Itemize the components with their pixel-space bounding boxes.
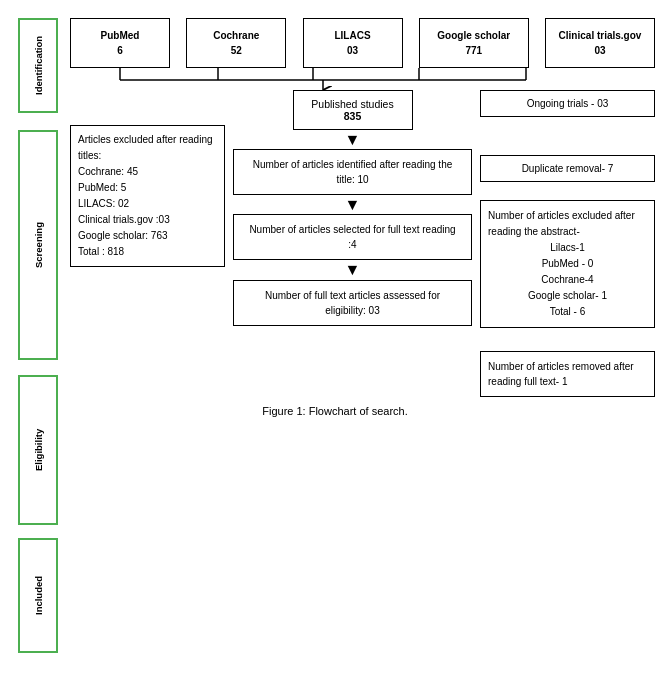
articles-after-title-box: Number of articles identified after read… [233,149,472,195]
published-studies-box: Published studies 835 [293,90,413,130]
published-row: Articles excluded after reading titles: … [70,90,655,397]
excluded-abstract-box: Number of articles excluded after readin… [480,200,655,328]
excluded-titles-box: Articles excluded after reading titles: … [70,125,225,267]
source-lilacs: LILACS 03 [303,18,403,68]
source-arrows [70,68,655,90]
stage-identification: Identification [18,18,58,113]
source-cochrane: Cochrane 52 [186,18,286,68]
ongoing-trials-box: Ongoing trials - 03 [480,90,655,117]
stage-eligibility: Eligibility [18,375,58,525]
arrow-to-selected: ▼ [345,195,361,214]
source-google-scholar: Google scholar 771 [419,18,529,68]
duplicate-removal-box: Duplicate removal- 7 [480,155,655,182]
selected-full-text-box: Number of articles selected for full tex… [233,214,472,260]
sources-row: PubMed 6 Cochrane 52 LILACS 03 Google sc… [70,18,655,68]
source-clinical-trials: Clinical trials.gov 03 [545,18,655,68]
figure-caption: Figure 1: Flowchart of search. [262,405,408,417]
source-pubmed: PubMed 6 [70,18,170,68]
arrow-published-to-articles: ▼ [345,130,361,149]
stage-included: Included [18,538,58,653]
arrow-to-full-text-assessed: ▼ [345,260,361,279]
removed-full-text-box: Number of articles removed after reading… [480,351,655,397]
full-text-assessed-box: Number of full text articles assessed fo… [233,280,472,326]
stage-screening: Screening [18,130,58,360]
source-arrows-svg [70,68,655,90]
